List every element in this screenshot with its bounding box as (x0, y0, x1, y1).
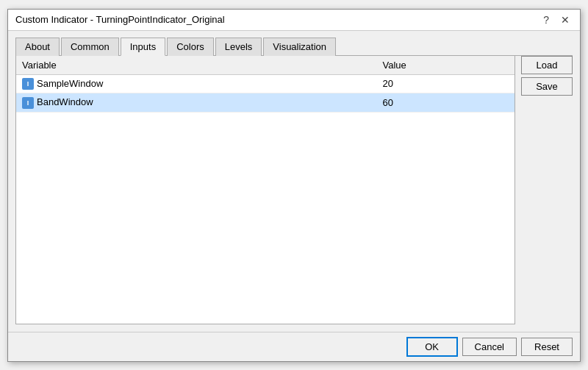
load-button[interactable]: Load (521, 56, 573, 74)
variables-table: Variable Value ISampleWindow20IBandWindo… (16, 56, 514, 113)
title-bar: Custom Indicator - TurningPointIndicator… (8, 10, 580, 31)
table-container: Variable Value ISampleWindow20IBandWindo… (16, 56, 514, 324)
ok-button[interactable]: OK (406, 337, 458, 357)
variable-cell: ISampleWindow (16, 74, 376, 93)
dialog-window: Custom Indicator - TurningPointIndicator… (7, 9, 581, 362)
tab-visualization[interactable]: Visualization (263, 38, 336, 56)
tab-levels[interactable]: Levels (215, 38, 262, 56)
table-row[interactable]: ISampleWindow20 (16, 74, 514, 93)
dialog-content: About Common Inputs Colors Levels Visual… (8, 31, 580, 332)
tab-inputs[interactable]: Inputs (121, 38, 165, 56)
footer: OK Cancel Reset (8, 332, 580, 361)
variable-cell: IBandWindow (16, 93, 376, 113)
save-button[interactable]: Save (521, 77, 573, 96)
variable-name: BandWindow (37, 96, 93, 107)
title-bar-controls: ? ✕ (540, 14, 573, 26)
tabs-bar: About Common Inputs Colors Levels Visual… (15, 37, 573, 56)
tab-common[interactable]: Common (61, 38, 119, 56)
table-row[interactable]: IBandWindow60 (16, 93, 514, 113)
cancel-button[interactable]: Cancel (462, 338, 517, 356)
help-button[interactable]: ? (540, 14, 552, 26)
close-button[interactable]: ✕ (558, 14, 573, 26)
col-header-value: Value (376, 56, 514, 75)
inputs-panel: Variable Value ISampleWindow20IBandWindo… (15, 56, 515, 324)
table-header-row: Variable Value (16, 56, 514, 75)
variable-icon: I (22, 78, 34, 90)
tab-colors[interactable]: Colors (167, 38, 214, 56)
variable-name: SampleWindow (37, 78, 103, 89)
col-header-variable: Variable (16, 56, 376, 75)
reset-button[interactable]: Reset (521, 338, 573, 356)
variable-icon: I (22, 97, 34, 109)
side-buttons-panel: Load Save (521, 56, 573, 324)
value-cell: 60 (376, 93, 514, 113)
value-cell: 20 (376, 74, 514, 93)
dialog-title: Custom Indicator - TurningPointIndicator… (15, 14, 225, 25)
tab-about[interactable]: About (15, 38, 60, 56)
